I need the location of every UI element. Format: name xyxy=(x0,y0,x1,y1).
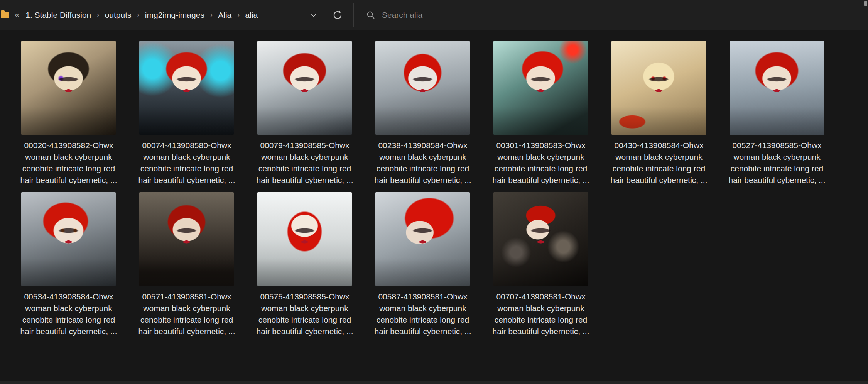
breadcrumb-separator-icon: › xyxy=(233,10,243,20)
file-item[interactable]: 00571-413908581-Ohwx woman black cyberpu… xyxy=(139,192,234,337)
file-name: 00430-413908584-Ohwx woman black cyberpu… xyxy=(608,140,709,186)
file-name: 00707-413908581-Ohwx woman black cyberpu… xyxy=(490,291,591,337)
file-item[interactable]: 00587-413908581-Ohwx woman black cyberpu… xyxy=(375,192,470,337)
file-item[interactable]: 00527-413908585-Ohwx woman black cyberpu… xyxy=(730,41,824,186)
pane-divider[interactable] xyxy=(7,30,7,381)
breadcrumb-item-outputs[interactable]: outputs xyxy=(103,8,133,22)
file-thumbnail[interactable] xyxy=(375,41,470,135)
file-name: 00238-413908584-Ohwx woman black cyberpu… xyxy=(372,140,473,186)
file-thumbnail[interactable] xyxy=(21,41,116,135)
file-thumbnail[interactable] xyxy=(375,192,470,286)
file-item[interactable]: 00534-413908584-Ohwx woman black cyberpu… xyxy=(21,192,116,337)
breadcrumb-separator-icon: › xyxy=(133,10,144,20)
file-thumbnail[interactable] xyxy=(139,41,234,135)
refresh-icon xyxy=(332,10,343,20)
file-thumbnail[interactable] xyxy=(257,192,352,286)
file-name: 00571-413908581-Ohwx woman black cyberpu… xyxy=(136,291,237,337)
breadcrumb-item-Alia[interactable]: Alia xyxy=(216,8,233,22)
explorer-toolbar: « 1. Stable Diffusion › outputs › img2im… xyxy=(0,0,868,30)
file-name: 00074-413908580-Ohwx woman black cyberpu… xyxy=(136,140,237,186)
file-grid: 00020-413908582-Ohwx woman black cyberpu… xyxy=(21,41,854,337)
file-item[interactable]: 00074-413908580-Ohwx woman black cyberpu… xyxy=(139,41,234,186)
search-box[interactable] xyxy=(359,0,860,30)
toolbar-divider xyxy=(353,3,354,27)
file-item[interactable]: 00575-413908585-Ohwx woman black cyberpu… xyxy=(257,192,352,337)
file-thumbnail[interactable] xyxy=(257,41,352,135)
breadcrumb-separator-icon: › xyxy=(93,10,103,20)
file-item[interactable]: 00430-413908584-Ohwx woman black cyberpu… xyxy=(611,41,706,186)
file-thumbnail[interactable] xyxy=(730,41,824,135)
address-bar[interactable]: « 1. Stable Diffusion › outputs › img2im… xyxy=(0,0,353,30)
file-name: 00575-413908585-Ohwx woman black cyberpu… xyxy=(254,291,355,337)
file-thumbnail[interactable] xyxy=(611,41,706,135)
file-list-area: 00020-413908582-Ohwx woman black cyberpu… xyxy=(0,30,868,381)
scrollbar-thumb[interactable] xyxy=(864,1,867,6)
file-thumbnail[interactable] xyxy=(139,192,234,286)
file-name: 00079-413908585-Ohwx woman black cyberpu… xyxy=(254,140,355,186)
bottom-strip xyxy=(0,381,868,384)
breadcrumb-collapse-chevrons[interactable]: « xyxy=(15,10,19,20)
search-icon xyxy=(366,10,376,20)
search-input[interactable] xyxy=(382,10,806,20)
breadcrumb-separator-icon: › xyxy=(206,10,216,20)
file-name: 00301-413908583-Ohwx woman black cyberpu… xyxy=(490,140,591,186)
file-name: 00534-413908584-Ohwx woman black cyberpu… xyxy=(18,291,119,337)
file-thumbnail[interactable] xyxy=(493,41,588,135)
file-name: 00587-413908581-Ohwx woman black cyberpu… xyxy=(372,291,473,337)
file-name: 00020-413908582-Ohwx woman black cyberpu… xyxy=(18,140,119,186)
file-item[interactable]: 00020-413908582-Ohwx woman black cyberpu… xyxy=(21,41,116,186)
breadcrumb: 1. Stable Diffusion › outputs › img2img-… xyxy=(24,8,259,22)
file-thumbnail[interactable] xyxy=(493,192,588,286)
folder-icon[interactable] xyxy=(1,12,9,18)
breadcrumb-item-alia[interactable]: alia xyxy=(244,8,260,22)
file-item[interactable]: 00079-413908585-Ohwx woman black cyberpu… xyxy=(257,41,352,186)
chevron-down-icon xyxy=(309,10,319,20)
file-item[interactable]: 00238-413908584-Ohwx woman black cyberpu… xyxy=(375,41,470,186)
file-item[interactable]: 00301-413908583-Ohwx woman black cyberpu… xyxy=(493,41,588,186)
file-name: 00527-413908585-Ohwx woman black cyberpu… xyxy=(726,140,827,186)
breadcrumb-item-img2img-images[interactable]: img2img-images xyxy=(144,8,206,22)
refresh-button[interactable] xyxy=(331,8,344,22)
breadcrumb-item-stable-diffusion[interactable]: 1. Stable Diffusion xyxy=(24,8,93,22)
address-dropdown-button[interactable] xyxy=(307,8,320,22)
file-thumbnail[interactable] xyxy=(21,192,116,286)
file-item[interactable]: 00707-413908581-Ohwx woman black cyberpu… xyxy=(493,192,588,337)
